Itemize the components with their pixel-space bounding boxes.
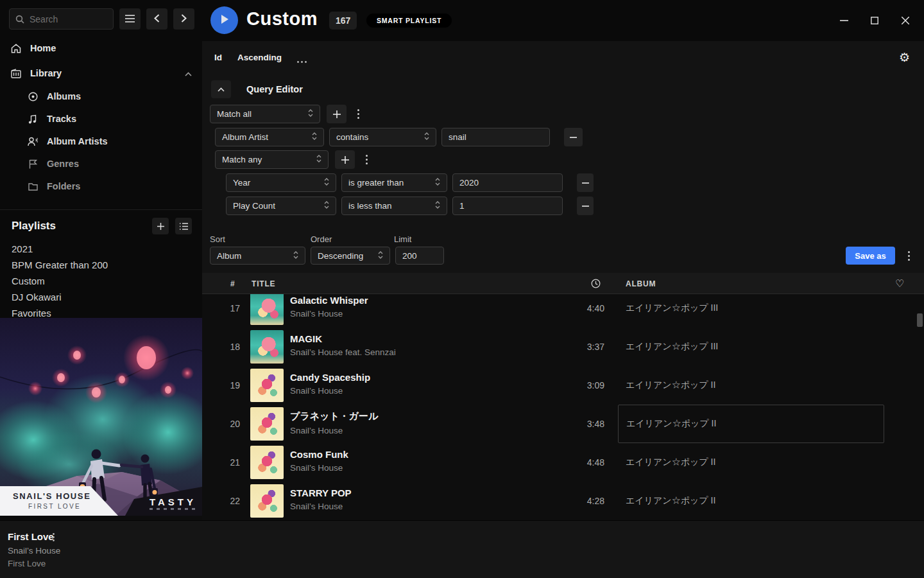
playlist-view-button[interactable] [175, 218, 192, 234]
save-as-button[interactable]: Save as [846, 247, 895, 265]
track-duration: 3:09 [540, 366, 604, 405]
sidebar-item-genres[interactable]: Genres [27, 156, 202, 171]
match-type-select[interactable]: Match all [210, 105, 320, 123]
column-favorite-heart-icon[interactable]: ♡ [895, 273, 905, 294]
track-artist: Snail’s House [290, 502, 572, 511]
scrollbar-thumb[interactable] [917, 313, 923, 327]
nav-back-button[interactable] [146, 8, 167, 30]
remove-rule-button[interactable] [577, 197, 594, 215]
group-menu-icon[interactable] [360, 150, 373, 169]
table-row[interactable]: 17 Galactic Whisper Snail’s House 4:40 エ… [202, 294, 924, 328]
group-menu-icon[interactable] [352, 105, 364, 123]
sidebar-item-home[interactable]: Home [0, 39, 202, 58]
track-duration: 4:48 [540, 443, 604, 482]
add-rule-button[interactable] [335, 150, 355, 169]
rule-operator-select[interactable]: is greater than [341, 173, 447, 192]
sort-field-button[interactable]: Id [214, 53, 222, 62]
remove-rule-button[interactable] [577, 173, 594, 192]
music-note-icon [27, 114, 38, 124]
sort-select[interactable]: Album [210, 247, 305, 265]
table-row[interactable]: 18 MAGIK Snail’s House feat. Sennzai 3:3… [202, 328, 924, 366]
rule-operator-select[interactable]: is less than [341, 197, 447, 215]
table-row[interactable]: 21 Cosmo Funk Snail’s House 4:48 エイリアン☆ポ… [202, 443, 924, 482]
chevron-left-icon [154, 13, 160, 25]
search-box[interactable] [9, 8, 114, 30]
playlist-item[interactable]: DJ Okawari [12, 289, 202, 305]
match-type-select[interactable]: Match any [215, 150, 329, 169]
select-arrows-icon [308, 109, 313, 119]
play-icon [220, 14, 229, 27]
track-number: 19 [218, 366, 240, 405]
sort-label: Sort [210, 234, 225, 244]
track-title: Cosmo Funk [290, 449, 572, 460]
add-playlist-button[interactable] [152, 218, 169, 234]
artwork-brand: TASTY [150, 496, 196, 507]
sort-direction-button[interactable]: Ascending [237, 53, 282, 62]
order-label: Order [311, 234, 332, 244]
track-artist: Snail’s House [290, 309, 572, 319]
chevron-right-icon [181, 13, 187, 25]
save-menu-icon[interactable] [902, 248, 916, 263]
query-editor-collapse-button[interactable] [211, 80, 231, 98]
now-playing-artwork[interactable]: SNAIL'S HOUSE FIRST LOVE TASTY [0, 318, 202, 520]
track-artist: Snail’s House [290, 386, 572, 396]
limit-input[interactable] [395, 247, 444, 265]
track-album-cell[interactable]: エイリアン☆ポップ II [618, 482, 884, 520]
rule-value-input[interactable] [441, 128, 550, 146]
column-duration-clock-icon[interactable] [591, 273, 601, 294]
track-title: プラネット・ガール [290, 410, 572, 423]
track-number: 22 [218, 482, 240, 520]
track-album-cell[interactable]: エイリアン☆ポップ II [618, 366, 884, 405]
tracklist-header: # TITLE ALBUM ♡ [202, 273, 924, 294]
nav-forward-button[interactable] [173, 8, 194, 30]
rule-field-select[interactable]: Play Count [226, 197, 336, 215]
column-album[interactable]: ALBUM [626, 273, 656, 294]
menu-button[interactable] [119, 8, 141, 30]
sidebar-item-library[interactable]: Library [0, 64, 202, 83]
chevron-up-icon[interactable] [185, 68, 192, 78]
settings-gear-icon[interactable]: ⚙ [899, 51, 910, 64]
track-duration: 4:28 [540, 482, 604, 520]
playlist-item[interactable]: BPM Greater than 200 [12, 257, 202, 273]
sidebar-item-albums[interactable]: Albums [27, 89, 202, 104]
order-select[interactable]: Descending [311, 247, 390, 265]
remove-rule-button[interactable] [564, 128, 583, 146]
column-title[interactable]: TITLE [252, 273, 275, 294]
rule-operator-select[interactable]: contains [329, 128, 436, 146]
home-icon [10, 44, 22, 53]
track-title: Candy Spaceship [290, 372, 572, 383]
add-rule-button[interactable] [327, 105, 346, 123]
now-playing-menu-icon[interactable] [53, 532, 55, 544]
playlist-item[interactable]: 2021 [12, 241, 202, 257]
track-art-thumbnail [250, 369, 284, 402]
sidebar-item-folders[interactable]: Folders [27, 179, 202, 194]
sidebar-item-label: Albums [47, 91, 81, 101]
rule-value-input[interactable] [452, 173, 563, 192]
sidebar: Home Library [0, 0, 202, 520]
track-art-thumbnail [250, 294, 284, 325]
table-row[interactable]: 22 STARRY POP Snail’s House 4:28 エイリアン☆ポ… [202, 482, 924, 520]
sidebar-item-album-artists[interactable]: Album Artists [27, 134, 202, 149]
column-number[interactable]: # [230, 273, 235, 294]
window-minimize-button[interactable] [834, 11, 853, 30]
playlist-item[interactable]: Custom [12, 273, 202, 289]
artwork-brand-marks [150, 508, 195, 510]
rule-field-select[interactable]: Album Artist [215, 128, 324, 146]
sidebar-item-tracks[interactable]: Tracks [27, 111, 202, 127]
play-playlist-button[interactable] [210, 6, 238, 34]
table-row[interactable]: 20 プラネット・ガール Snail’s House 3:48 エイリアン☆ポッ… [202, 405, 924, 443]
track-number: 18 [218, 328, 240, 366]
rule-field-select[interactable]: Year [226, 173, 336, 192]
window-maximize-button[interactable] [865, 11, 884, 30]
track-duration: 3:37 [540, 328, 604, 366]
track-album-cell[interactable]: エイリアン☆ポップ III [618, 294, 884, 328]
track-album-cell[interactable]: エイリアン☆ポップ II [618, 443, 884, 482]
more-options-icon[interactable] [297, 54, 307, 66]
limit-label: Limit [394, 234, 411, 244]
track-album-cell[interactable]: エイリアン☆ポップ II [618, 405, 884, 443]
window-close-button[interactable] [896, 11, 915, 30]
rule-value-input[interactable] [452, 197, 563, 215]
disc-icon [27, 92, 38, 101]
table-row[interactable]: 19 Candy Spaceship Snail’s House 3:09 エイ… [202, 366, 924, 405]
track-album-cell[interactable]: エイリアン☆ポップ III [618, 328, 884, 366]
